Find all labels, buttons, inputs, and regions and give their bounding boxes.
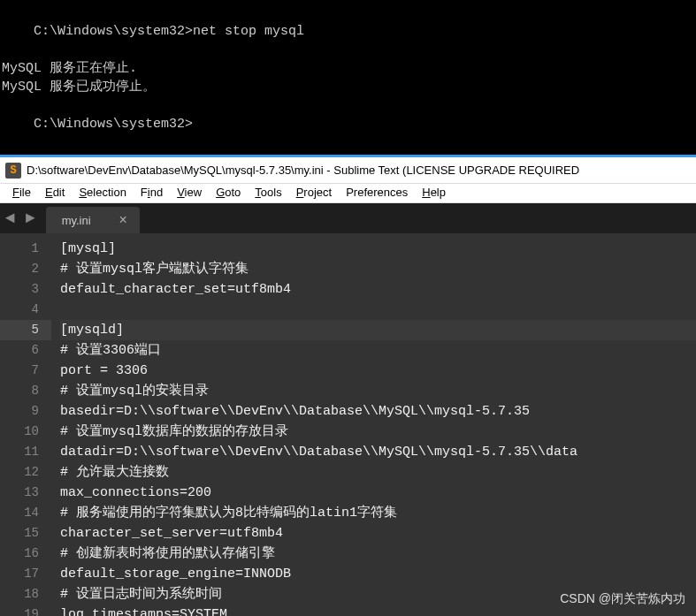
tab-myini[interactable]: my.ini × — [46, 207, 140, 233]
terminal-line: C:\Windows\system32>net stop mysql — [2, 4, 694, 59]
watermark-text: CSDN @闭关苦炼内功 — [560, 591, 685, 607]
line-number: 12 — [0, 462, 39, 483]
terminal-line: MySQL 服务正在停止. — [2, 59, 694, 78]
code-line[interactable]: [mysqld] — [60, 320, 696, 340]
line-number: 13 — [0, 483, 39, 503]
line-number: 18 — [0, 584, 39, 605]
line-number: 2 — [0, 259, 39, 279]
terminal-prompt: C:\Windows\system32> — [34, 24, 193, 39]
code-line[interactable]: # 设置mysql数据库的数据的存放目录 — [60, 422, 696, 442]
terminal-prompt: C:\Windows\system32> — [34, 117, 193, 132]
menu-find[interactable]: Find — [134, 184, 170, 202]
nav-left-icon[interactable]: ◄ — [0, 209, 20, 227]
sublime-app-icon: S — [5, 163, 21, 179]
code-line[interactable]: # 设置3306端口 — [60, 340, 696, 361]
tab-label: my.ini — [62, 214, 91, 227]
titlebar[interactable]: S D:\software\DevEnv\Database\MySQL\mysq… — [0, 157, 696, 184]
line-number: 1 — [0, 239, 39, 259]
nav-right-icon[interactable]: ► — [20, 209, 41, 227]
code-line[interactable]: # 创建新表时将使用的默认存储引擎 — [60, 544, 696, 564]
code-line[interactable]: port = 3306 — [60, 361, 696, 381]
line-number: 6 — [0, 340, 39, 361]
line-number: 17 — [0, 564, 39, 584]
line-number: 11 — [0, 442, 39, 462]
code-line[interactable]: default_character_set=utf8mb4 — [60, 279, 696, 300]
window-title: D:\software\DevEnv\Database\MySQL\mysql-… — [27, 164, 579, 177]
line-number: 19 — [0, 605, 39, 616]
menu-file[interactable]: File — [5, 184, 38, 202]
code-line[interactable]: # 允许最大连接数 — [60, 462, 696, 483]
line-number: 14 — [0, 503, 39, 523]
code-line[interactable]: character_set_server=utf8mb4 — [60, 523, 696, 544]
menubar: File Edit Selection Find View Goto Tools… — [0, 184, 696, 203]
line-number: 4 — [0, 300, 39, 320]
line-number: 15 — [0, 523, 39, 544]
line-number: 5 — [0, 320, 51, 340]
menu-tools[interactable]: Tools — [248, 184, 288, 202]
editor-area[interactable]: 12345678910111213141516171819 [mysql]# 设… — [0, 233, 696, 616]
menu-project[interactable]: Project — [289, 184, 339, 202]
terminal-command: net stop mysql — [193, 24, 304, 39]
line-number: 8 — [0, 381, 39, 401]
terminal-line: MySQL 服务已成功停止。 — [2, 78, 694, 96]
menu-edit[interactable]: Edit — [38, 184, 72, 202]
terminal-line: C:\Windows\system32> — [2, 96, 694, 152]
code-line[interactable]: basedir=D:\\software\\DevEnv\\Database\\… — [60, 401, 696, 422]
code-line[interactable]: # 设置mysql的安装目录 — [60, 381, 696, 401]
line-number: 7 — [0, 361, 39, 381]
code-line[interactable]: # 设置mysql客户端默认字符集 — [60, 259, 696, 279]
tab-bar: ◄ ► my.ini × — [0, 203, 696, 233]
code-content[interactable]: [mysql]# 设置mysql客户端默认字符集default_characte… — [51, 233, 696, 616]
menu-view[interactable]: View — [170, 184, 209, 202]
line-number: 3 — [0, 279, 39, 300]
menu-help[interactable]: Help — [415, 184, 453, 202]
menu-selection[interactable]: Selection — [72, 184, 133, 202]
code-line[interactable]: # 服务端使用的字符集默认为8比特编码的latin1字符集 — [60, 503, 696, 523]
cmd-terminal[interactable]: C:\Windows\system32>net stop mysql MySQL… — [0, 0, 696, 155]
line-number: 9 — [0, 401, 39, 422]
menu-goto[interactable]: Goto — [209, 184, 248, 202]
close-icon[interactable]: × — [119, 212, 127, 228]
line-number: 16 — [0, 544, 39, 564]
code-line[interactable]: max_connections=200 — [60, 483, 696, 503]
sublime-window: S D:\software\DevEnv\Database\MySQL\mysq… — [0, 155, 696, 616]
menu-preferences[interactable]: Preferences — [339, 184, 415, 202]
code-line[interactable]: [mysql] — [60, 239, 696, 259]
code-line[interactable]: default_storage_engine=INNODB — [60, 564, 696, 584]
code-line[interactable]: datadir=D:\\software\\DevEnv\\Database\\… — [60, 442, 696, 462]
code-line[interactable] — [60, 300, 696, 320]
line-number-gutter: 12345678910111213141516171819 — [0, 233, 51, 616]
line-number: 10 — [0, 422, 39, 442]
